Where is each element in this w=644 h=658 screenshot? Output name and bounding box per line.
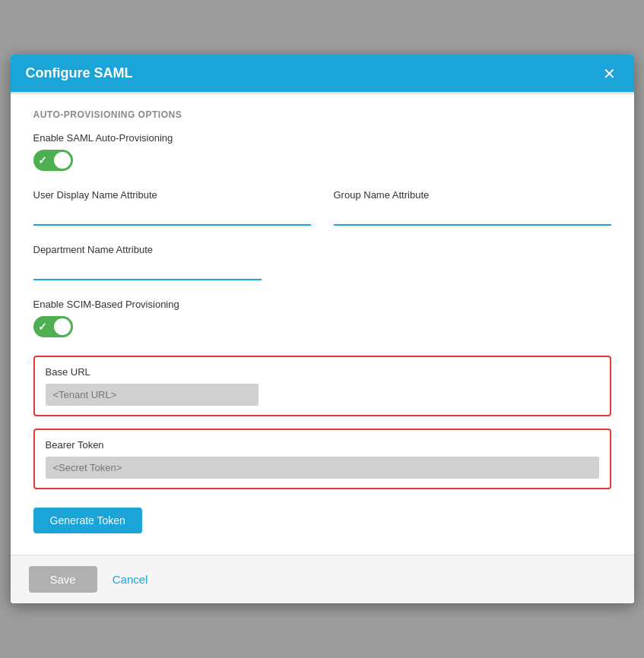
toggle-thumb-2 [54,318,71,335]
modal-overlay: Configure SAML ✕ AUTO-PROVISIONING OPTIO… [0,0,644,658]
group-name-col: Group Name Attribute [334,189,611,226]
display-group-row: User Display Name Attribute Group Name A… [33,189,611,226]
auto-provisioning-section-title: AUTO-PROVISIONING OPTIONS [33,109,611,120]
modal-header: Configure SAML ✕ [11,55,634,92]
modal-footer: Save Cancel [11,555,634,603]
modal-close-button[interactable]: ✕ [600,66,619,81]
base-url-input[interactable] [46,384,259,406]
enable-saml-field: Enable SAML Auto-Provisioning ✓ [33,132,611,171]
toggle-thumb-1 [54,152,71,169]
group-name-label: Group Name Attribute [334,189,611,201]
save-button[interactable]: Save [29,566,97,593]
department-name-input[interactable] [33,261,262,280]
bearer-token-input[interactable] [46,457,599,479]
modal-body: AUTO-PROVISIONING OPTIONS Enable SAML Au… [11,92,634,555]
group-name-input[interactable] [334,207,611,226]
enable-saml-label: Enable SAML Auto-Provisioning [33,132,611,144]
base-url-label: Base URL [46,366,599,378]
cancel-button[interactable]: Cancel [113,573,148,586]
toggle-check-icon-2: ✓ [38,321,47,333]
configure-saml-modal: Configure SAML ✕ AUTO-PROVISIONING OPTIO… [11,55,634,603]
toggle-track-2: ✓ [33,316,73,337]
toggle-check-icon-1: ✓ [38,154,47,166]
enable-scim-field: Enable SCIM-Based Provisioning ✓ [33,299,611,337]
base-url-box: Base URL [33,356,611,416]
enable-scim-label: Enable SCIM-Based Provisioning [33,299,611,310]
toggle-track-1: ✓ [33,150,73,171]
department-name-label: Department Name Attribute [33,244,611,255]
enable-saml-toggle[interactable]: ✓ [33,150,73,171]
generate-token-button[interactable]: Generate Token [33,508,142,533]
enable-scim-toggle[interactable]: ✓ [33,316,73,337]
user-display-name-label: User Display Name Attribute [33,189,311,201]
department-name-field: Department Name Attribute [33,244,611,280]
bearer-token-label: Bearer Token [46,439,599,451]
modal-title: Configure SAML [26,65,133,81]
user-display-name-input[interactable] [33,207,311,226]
bearer-token-box: Bearer Token [33,429,611,489]
user-display-name-col: User Display Name Attribute [33,189,311,226]
